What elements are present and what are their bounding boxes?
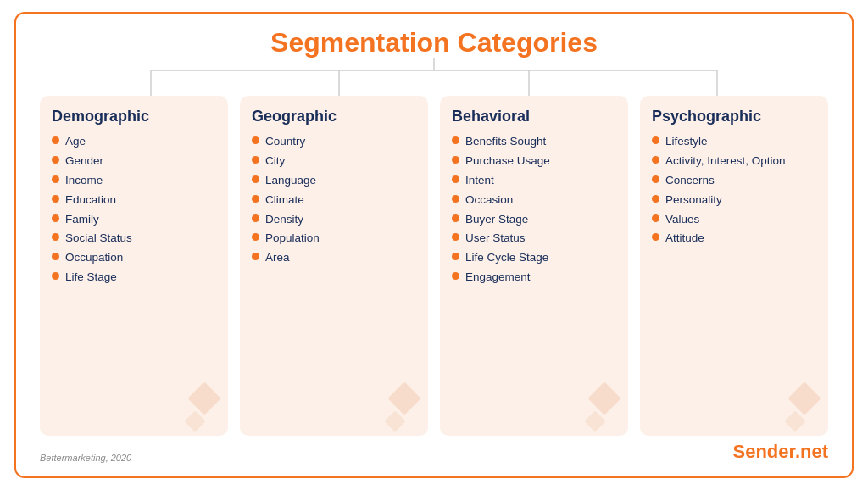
bullet-dot [452, 136, 459, 144]
category-title-psychographic: Psychographic [652, 108, 815, 125]
list-item-text: Attitude [665, 231, 704, 247]
category-card-psychographic: PsychographicLifestyleActivity, Interest… [640, 96, 828, 436]
bullet-dot [52, 233, 59, 241]
list-item: Climate [252, 192, 415, 209]
category-card-demographic: DemographicAgeGenderIncomeEducationFamil… [40, 96, 228, 436]
list-item: Life Cycle Stage [452, 250, 615, 266]
list-item: Values [652, 212, 815, 228]
list-item: Gender [52, 153, 214, 170]
list-item: Income [52, 173, 214, 189]
bullet-dot [652, 156, 659, 164]
list-item-text: Population [265, 231, 320, 247]
list-item: Intent [452, 173, 615, 189]
list-item: Density [252, 212, 415, 228]
bullet-dot [52, 253, 59, 260]
list-item: Family [52, 212, 214, 228]
bullet-dot [252, 214, 259, 222]
list-item-text: Climate [265, 192, 304, 209]
bullet-dot [652, 175, 659, 183]
list-item-text: Personality [665, 192, 722, 209]
bullet-dot [452, 156, 459, 164]
list-item-text: Country [265, 134, 305, 150]
list-item: Attitude [652, 231, 815, 247]
bullet-dot [252, 156, 259, 164]
bullet-dot [652, 195, 659, 203]
bullet-dot [52, 136, 59, 144]
connector-lines [57, 58, 811, 96]
list-item: Language [252, 173, 415, 189]
list-item: Purchase Usage [452, 153, 615, 170]
category-card-behavioral: BehavioralBenefits SoughtPurchase UsageI… [440, 96, 628, 436]
list-item: Country [252, 134, 415, 150]
list-item-text: Engagement [465, 270, 531, 286]
bullet-dot [452, 272, 459, 280]
category-list-psychographic: LifestyleActivity, Interest, OptionConce… [652, 134, 815, 247]
main-container: Segmentation Categories DemographicAgeGe… [14, 12, 854, 478]
list-item: Personality [652, 192, 815, 209]
list-item: Engagement [452, 270, 615, 286]
list-item-text: Intent [465, 173, 494, 189]
category-list-demographic: AgeGenderIncomeEducationFamilySocial Sta… [52, 134, 214, 286]
page-title: Segmentation Categories [40, 22, 828, 58]
category-card-geographic: GeographicCountryCityLanguageClimateDens… [240, 96, 428, 436]
bullet-dot [52, 214, 59, 222]
brand-label: Sender.net [733, 441, 828, 463]
bullet-dot [252, 253, 259, 260]
bullet-dot [652, 136, 659, 144]
list-item-text: Activity, Interest, Option [665, 153, 786, 170]
list-item-text: Values [665, 212, 699, 228]
list-item-text: Education [65, 192, 116, 209]
bullet-dot [252, 233, 259, 241]
list-item: User Status [452, 231, 615, 247]
bullet-dot [52, 195, 59, 203]
list-item-text: Age [65, 134, 86, 150]
list-item: Population [252, 231, 415, 247]
bullet-dot [52, 175, 59, 183]
bullet-dot [452, 253, 459, 260]
list-item-text: Occasion [465, 192, 513, 209]
list-item-text: Buyer Stage [465, 212, 528, 228]
list-item-text: Life Cycle Stage [465, 250, 548, 266]
list-item-text: Lifestyle [665, 134, 708, 150]
category-list-behavioral: Benefits SoughtPurchase UsageIntentOccas… [452, 134, 615, 286]
list-item-text: Purchase Usage [465, 153, 550, 170]
footer-row: Bettermarketing, 2020 Sender.net [40, 441, 828, 463]
bullet-dot [52, 156, 59, 164]
list-item-text: Family [65, 212, 99, 228]
list-item-text: Gender [65, 153, 103, 170]
list-item-text: Income [65, 173, 103, 189]
list-item: Occasion [452, 192, 615, 209]
list-item: Area [252, 250, 415, 266]
list-item-text: Language [265, 173, 316, 189]
bullet-dot [452, 214, 459, 222]
list-item: Concerns [652, 173, 815, 189]
list-item-text: Area [265, 250, 290, 266]
category-title-geographic: Geographic [252, 108, 415, 125]
bullet-dot [452, 233, 459, 241]
list-item: Benefits Sought [452, 134, 615, 150]
list-item-text: Concerns [665, 173, 715, 189]
list-item-text: Occupation [65, 250, 123, 266]
category-title-behavioral: Behavioral [452, 108, 615, 125]
bullet-dot [252, 175, 259, 183]
list-item-text: Benefits Sought [465, 134, 546, 150]
list-item: City [252, 153, 415, 170]
list-item: Occupation [52, 250, 214, 266]
bullet-dot [452, 195, 459, 203]
bullet-dot [652, 214, 659, 222]
list-item-text: Density [265, 212, 303, 228]
category-list-geographic: CountryCityLanguageClimateDensityPopulat… [252, 134, 415, 266]
bullet-dot [652, 233, 659, 241]
list-item-text: User Status [465, 231, 526, 247]
bullet-dot [452, 175, 459, 183]
source-label: Bettermarketing, 2020 [40, 453, 131, 463]
list-item-text: Social Status [65, 231, 132, 247]
list-item: Lifestyle [652, 134, 815, 150]
list-item: Life Stage [52, 270, 214, 286]
list-item: Education [52, 192, 214, 209]
category-title-demographic: Demographic [52, 108, 214, 125]
list-item-text: City [265, 153, 285, 170]
list-item: Buyer Stage [452, 212, 615, 228]
categories-row: DemographicAgeGenderIncomeEducationFamil… [40, 96, 828, 436]
list-item: Age [52, 134, 214, 150]
